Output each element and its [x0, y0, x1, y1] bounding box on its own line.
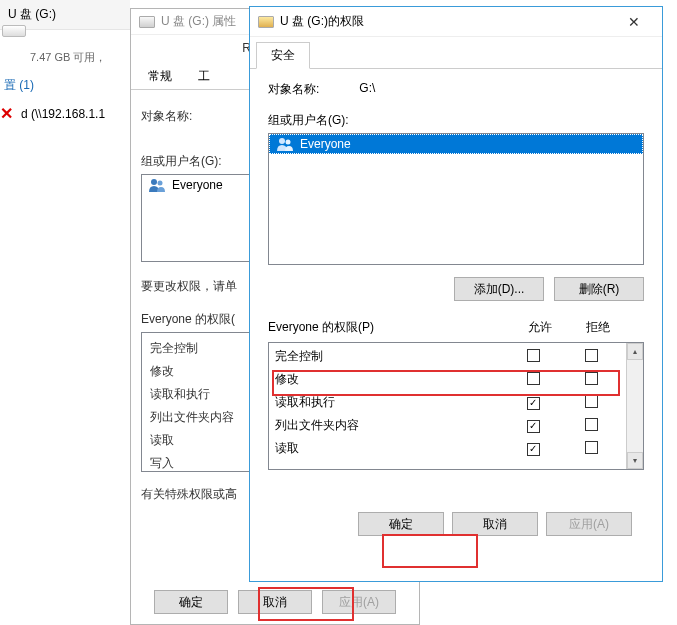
properties-title: U 盘 (G:) 属性	[161, 13, 236, 30]
scroll-down[interactable]: ▾	[627, 452, 643, 469]
svg-point-2	[279, 138, 285, 144]
permission-name: 修改	[275, 371, 504, 388]
drive-icon	[139, 16, 155, 28]
explorer-background: U 盘 (G:) 7.47 GB 可用， 置 (1) ✕ d (\\192.16…	[0, 0, 130, 625]
svg-point-3	[286, 140, 291, 145]
apply-button[interactable]: 应用(A)	[322, 590, 396, 614]
svg-point-0	[151, 179, 157, 185]
allow-checkbox[interactable]	[527, 443, 540, 456]
permission-row: 读取	[275, 437, 620, 460]
col-deny: 拒绝	[569, 319, 627, 336]
remove-button[interactable]: 删除(R)	[554, 277, 644, 301]
permissions-for-label: Everyone 的权限(P)	[268, 319, 511, 336]
permission-row: 完全控制	[275, 345, 620, 368]
allow-checkbox[interactable]	[527, 397, 540, 410]
groups-label: 组或用户名(G):	[268, 112, 644, 129]
tab-general[interactable]: 常规	[135, 63, 185, 89]
permissions-table: 完全控制修改读取和执行列出文件夹内容读取 ▴ ▾	[268, 342, 644, 470]
svg-point-1	[158, 181, 163, 186]
group-item-everyone[interactable]: Everyone	[269, 134, 643, 154]
users-icon	[276, 137, 294, 151]
object-name-value: G:\	[359, 81, 375, 98]
scrollbar[interactable]: ▴ ▾	[626, 343, 643, 469]
scroll-track[interactable]	[627, 360, 643, 452]
device-group-heading: 置 (1)	[0, 67, 130, 98]
cancel-button[interactable]: 取消	[452, 512, 538, 536]
ok-button[interactable]: 确定	[154, 590, 228, 614]
allow-checkbox[interactable]	[527, 372, 540, 385]
ok-button[interactable]: 确定	[358, 512, 444, 536]
error-icon: ✕	[0, 104, 13, 123]
network-drive-item[interactable]: ✕ d (\\192.168.1.1	[0, 98, 130, 129]
drive-title: U 盘 (G:)	[8, 7, 56, 21]
deny-checkbox[interactable]	[585, 349, 598, 362]
drive-icon	[2, 25, 26, 37]
apply-button[interactable]: 应用(A)	[546, 512, 632, 536]
tab-tools[interactable]: 工	[185, 63, 223, 89]
permissions-dialog: U 盘 (G:)的权限 ✕ 安全 对象名称: G:\ 组或用户名(G): Eve…	[249, 6, 663, 582]
allow-checkbox[interactable]	[527, 349, 540, 362]
permission-name: 列出文件夹内容	[275, 417, 504, 434]
user-label: Everyone	[172, 178, 223, 192]
object-name-label: 对象名称:	[268, 81, 319, 98]
deny-checkbox[interactable]	[585, 395, 598, 408]
permission-name: 读取	[275, 440, 504, 457]
permission-name: 完全控制	[275, 348, 504, 365]
folder-icon	[258, 16, 274, 28]
col-allow: 允许	[511, 319, 569, 336]
permission-row: 列出文件夹内容	[275, 414, 620, 437]
users-icon	[148, 178, 166, 192]
deny-checkbox[interactable]	[585, 441, 598, 454]
permissions-titlebar[interactable]: U 盘 (G:)的权限 ✕	[250, 7, 662, 37]
permission-row: 修改	[275, 368, 620, 391]
close-button[interactable]: ✕	[614, 14, 654, 30]
cancel-button[interactable]: 取消	[238, 590, 312, 614]
permission-name: 读取和执行	[275, 394, 504, 411]
group-listbox[interactable]: Everyone	[268, 133, 644, 265]
scroll-up[interactable]: ▴	[627, 343, 643, 360]
network-drive-label: d (\\192.168.1.1	[21, 107, 105, 121]
permissions-title: U 盘 (G:)的权限	[280, 13, 608, 30]
permission-row: 读取和执行	[275, 391, 620, 414]
group-item-label: Everyone	[300, 137, 351, 151]
tab-security[interactable]: 安全	[256, 42, 310, 69]
allow-checkbox[interactable]	[527, 420, 540, 433]
add-button[interactable]: 添加(D)...	[454, 277, 544, 301]
deny-checkbox[interactable]	[585, 372, 598, 385]
deny-checkbox[interactable]	[585, 418, 598, 431]
permissions-tabstrip: 安全	[250, 37, 662, 69]
